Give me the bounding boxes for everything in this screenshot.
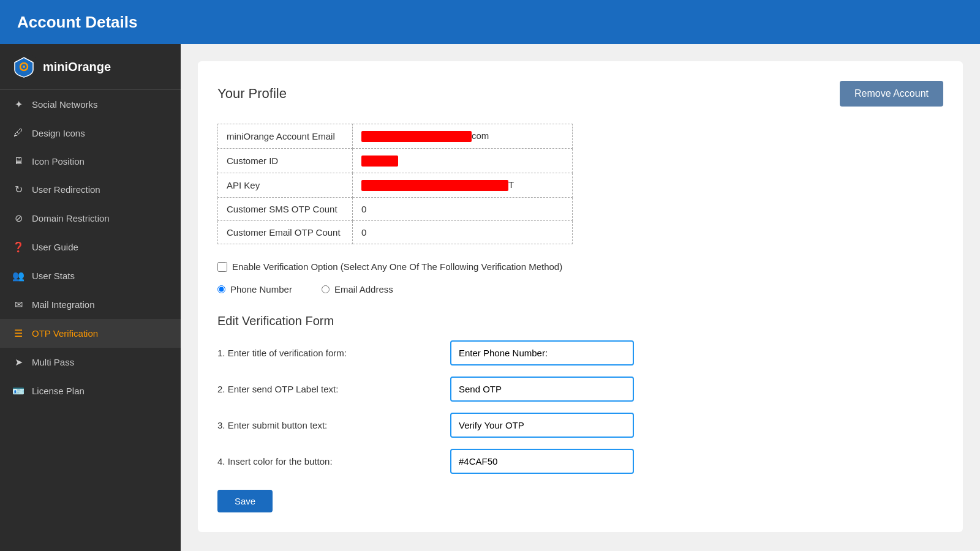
sidebar-label-icon-position: Icon Position (32, 156, 85, 167)
design-icons-icon: 🖊 (12, 127, 24, 138)
verification-option-label: Enable Verification Option (Select Any O… (232, 261, 562, 272)
edit-form-row-3: 3. Enter submit button text: (217, 413, 943, 438)
svg-point-2 (23, 66, 25, 68)
field-value: 0 (361, 227, 366, 238)
main-content: Your Profile Remove Account miniOrange A… (181, 44, 980, 551)
phone-radio-option[interactable]: Phone Number (217, 284, 292, 294)
field-label: miniOrange Account Email (218, 124, 353, 149)
sidebar-label-social-networks: Social Networks (32, 99, 98, 110)
verification-radio-group: Phone Number Email Address (217, 284, 943, 294)
table-row: Customer SMS OTP Count 0 (218, 198, 573, 221)
field-value-cell (353, 149, 573, 173)
edit-verification-form-section: Edit Verification Form 1. Enter title of… (217, 314, 943, 512)
form-input-4[interactable] (450, 449, 634, 474)
enable-verification-checkbox[interactable] (217, 262, 227, 272)
phone-radio-label: Phone Number (230, 284, 292, 294)
sidebar-item-user-guide[interactable]: ❓ User Guide (0, 233, 181, 261)
header-title: Account Details (17, 13, 138, 32)
edit-form-title: Edit Verification Form (217, 314, 943, 328)
sidebar-item-design-icons[interactable]: 🖊 Design Icons (0, 119, 181, 147)
field-value-cell: T (353, 173, 573, 198)
table-row: Customer Email OTP Count 0 (218, 221, 573, 244)
phone-radio[interactable] (217, 285, 225, 293)
sidebar-item-user-redirection[interactable]: ↻ User Redirection (0, 175, 181, 204)
sidebar-label-user-redirection: User Redirection (32, 184, 100, 195)
logo-icon (12, 55, 36, 78)
user-guide-icon: ❓ (12, 241, 24, 253)
edit-form-row-2: 2. Enter send OTP Label text: (217, 377, 943, 402)
user-redirection-icon: ↻ (12, 184, 24, 195)
sidebar-item-icon-position[interactable]: 🖥 Icon Position (0, 147, 181, 175)
sidebar-item-user-stats[interactable]: 👥 User Stats (0, 261, 181, 290)
field-value-cell: 0 (353, 221, 573, 244)
save-button[interactable]: Save (217, 490, 273, 512)
sidebar-logo: miniOrange (0, 44, 181, 90)
table-row: miniOrange Account Email com (218, 124, 573, 149)
table-row: Customer ID (218, 149, 573, 173)
field-value: 0 (361, 204, 366, 214)
email-radio[interactable] (322, 285, 330, 293)
profile-title: Your Profile (217, 86, 287, 102)
verification-option: Enable Verification Option (Select Any O… (217, 261, 943, 272)
table-row: API Key T (218, 173, 573, 198)
user-stats-icon: 👥 (12, 270, 24, 282)
sidebar-item-otp-verification[interactable]: ☰ OTP Verification (0, 319, 181, 348)
edit-form-row-1: 1. Enter title of verification form: (217, 340, 943, 365)
sidebar-label-multi-pass: Multi Pass (32, 357, 74, 367)
field-value-cell: com (353, 124, 573, 149)
app-name: miniOrange (43, 60, 111, 74)
form-label-3: 3. Enter submit button text: (217, 420, 450, 430)
sidebar-label-mail-integration: Mail Integration (32, 299, 95, 310)
field-label: Customer ID (218, 149, 353, 173)
icon-position-icon: 🖥 (12, 156, 24, 167)
account-details-card: Your Profile Remove Account miniOrange A… (198, 61, 963, 532)
license-plan-icon: 🪪 (12, 385, 24, 397)
domain-restriction-icon: ⊘ (12, 212, 24, 224)
sidebar-label-user-stats: User Stats (32, 271, 75, 281)
email-radio-option[interactable]: Email Address (322, 284, 393, 294)
mail-integration-icon: ✉ (12, 299, 24, 310)
sidebar-label-domain-restriction: Domain Restriction (32, 213, 110, 223)
form-label-1: 1. Enter title of verification form: (217, 348, 450, 358)
form-input-2[interactable] (450, 377, 634, 402)
field-label: Customer SMS OTP Count (218, 198, 353, 221)
sidebar-item-multi-pass[interactable]: ➤ Multi Pass (0, 348, 181, 377)
page-header: Account Details (0, 0, 980, 44)
sidebar-item-license-plan[interactable]: 🪪 License Plan (0, 377, 181, 405)
social-networks-icon: ✦ (12, 99, 24, 110)
multi-pass-icon: ➤ (12, 356, 24, 368)
sidebar-label-design-icons: Design Icons (32, 128, 85, 138)
sidebar: miniOrange ✦ Social Networks 🖊 Design Ic… (0, 44, 181, 551)
form-label-4: 4. Insert color for the button: (217, 456, 450, 467)
form-label-2: 2. Enter send OTP Label text: (217, 384, 450, 394)
form-input-3[interactable] (450, 413, 634, 438)
edit-form-row-4: 4. Insert color for the button: (217, 449, 943, 474)
sidebar-item-social-networks[interactable]: ✦ Social Networks (0, 90, 181, 119)
otp-verification-icon: ☰ (12, 328, 24, 339)
sidebar-item-mail-integration[interactable]: ✉ Mail Integration (0, 290, 181, 319)
sidebar-label-otp-verification: OTP Verification (32, 328, 98, 339)
profile-header: Your Profile Remove Account (217, 81, 943, 107)
field-label: Customer Email OTP Count (218, 221, 353, 244)
profile-table: miniOrange Account Email com Customer ID… (217, 124, 573, 244)
form-input-1[interactable] (450, 340, 634, 365)
redacted-value (361, 180, 508, 191)
redacted-value (361, 156, 398, 167)
sidebar-label-license-plan: License Plan (32, 386, 85, 396)
remove-account-button[interactable]: Remove Account (840, 81, 943, 107)
email-radio-label: Email Address (334, 284, 393, 294)
sidebar-label-user-guide: User Guide (32, 242, 78, 252)
field-value-cell: 0 (353, 198, 573, 221)
field-label: API Key (218, 173, 353, 198)
redacted-value (361, 131, 472, 142)
sidebar-item-domain-restriction[interactable]: ⊘ Domain Restriction (0, 204, 181, 233)
